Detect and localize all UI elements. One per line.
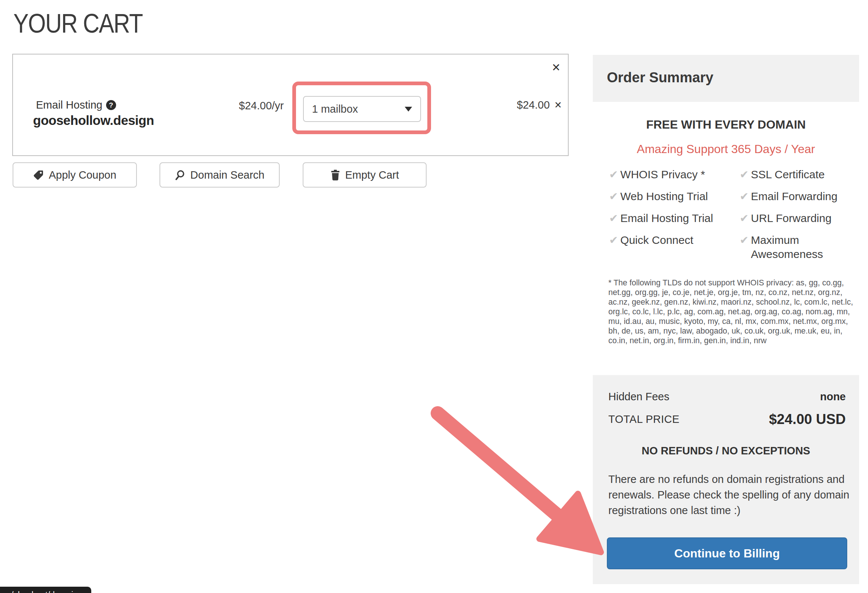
check-icon [609, 233, 618, 247]
total-price-row: TOTAL PRICE $24.00 USD [608, 411, 846, 427]
check-icon [609, 168, 618, 182]
item-price: $24.00 [517, 99, 550, 111]
order-summary-header: Order Summary [593, 55, 859, 102]
check-icon [740, 168, 748, 182]
mailbox-quantity-select[interactable]: 1 mailbox [303, 96, 421, 122]
cart-page: YOUR CART goosehollow.design Email Hosti… [0, 0, 868, 593]
cart-domain-name: goosehollow.design [33, 113, 154, 128]
free-with-domain-heading: FREE WITH EVERY DOMAIN [593, 118, 859, 132]
feature-item: Email Forwarding [740, 189, 838, 203]
trash-icon [330, 169, 341, 181]
check-icon [609, 189, 618, 203]
item-price-per-year: $24.00/yr [173, 100, 284, 112]
check-icon [740, 211, 748, 225]
support-line: Amazing Support 365 Days / Year [593, 142, 859, 156]
feature-label: Maximum Awesomeness [751, 233, 858, 261]
page-title: YOUR CART [13, 8, 142, 38]
continue-to-billing-button[interactable]: Continue to Billing [607, 537, 847, 569]
feature-item: Email Hosting Trial [609, 211, 713, 225]
check-icon [740, 189, 748, 203]
feature-item: SSL Certificate [740, 168, 825, 182]
feature-label: Email Forwarding [751, 189, 837, 203]
cart-line-item: Email Hosting [36, 99, 116, 111]
hidden-fees-value: none [820, 391, 846, 403]
tld-note: * The following TLDs do not support WHOI… [608, 278, 854, 346]
item-price-row: $24.00 [492, 99, 562, 111]
status-tooltip: /checkout/domains [0, 587, 91, 593]
check-icon [740, 233, 748, 247]
feature-item: Quick Connect [609, 233, 693, 247]
check-icon [609, 211, 618, 225]
remove-item-icon[interactable] [554, 100, 562, 110]
remove-domain-close-icon[interactable] [552, 61, 561, 74]
no-refunds-text: There are no refunds on domain registrat… [608, 471, 850, 518]
annotation-arrow [423, 402, 616, 562]
caret-down-icon [405, 107, 412, 112]
feature-item: Maximum Awesomeness [740, 233, 858, 261]
hidden-fees-label: Hidden Fees [608, 391, 669, 403]
help-question-icon[interactable] [106, 100, 116, 110]
feature-label: Email Hosting Trial [620, 211, 713, 225]
no-refunds-heading: NO REFUNDS / NO EXCEPTIONS [593, 445, 859, 457]
total-price-value: $24.00 USD [769, 411, 846, 427]
feature-item: Web Hosting Trial [609, 189, 708, 203]
status-tooltip-text: /checkout/domains [0, 587, 91, 593]
feature-label: Quick Connect [620, 233, 693, 247]
search-icon [175, 169, 186, 181]
empty-cart-button[interactable]: Empty Cart [303, 162, 427, 188]
feature-label: SSL Certificate [751, 168, 825, 182]
tag-icon [33, 169, 44, 181]
email-hosting-label: Email Hosting [36, 99, 102, 111]
hidden-fees-row: Hidden Fees none [608, 391, 846, 403]
order-summary-title: Order Summary [607, 70, 713, 85]
feature-label: WHOIS Privacy * [620, 168, 705, 182]
total-price-label: TOTAL PRICE [608, 413, 679, 425]
feature-label: URL Forwarding [751, 211, 831, 225]
apply-coupon-button[interactable]: Apply Coupon [13, 162, 137, 188]
cart-item-card: goosehollow.design Email Hosting $24.00/… [12, 54, 569, 156]
domain-search-button[interactable]: Domain Search [159, 162, 280, 188]
apply-coupon-label: Apply Coupon [49, 169, 116, 181]
feature-item: WHOIS Privacy * [609, 168, 705, 182]
domain-search-label: Domain Search [190, 169, 264, 181]
mailbox-quantity-value: 1 mailbox [312, 103, 358, 115]
features-list: WHOIS Privacy * Web Hosting Trial Email … [593, 166, 859, 277]
feature-item: URL Forwarding [740, 211, 832, 225]
feature-label: Web Hosting Trial [620, 189, 708, 203]
empty-cart-label: Empty Cart [345, 169, 399, 181]
totals-panel: Hidden Fees none TOTAL PRICE $24.00 USD … [593, 375, 859, 584]
